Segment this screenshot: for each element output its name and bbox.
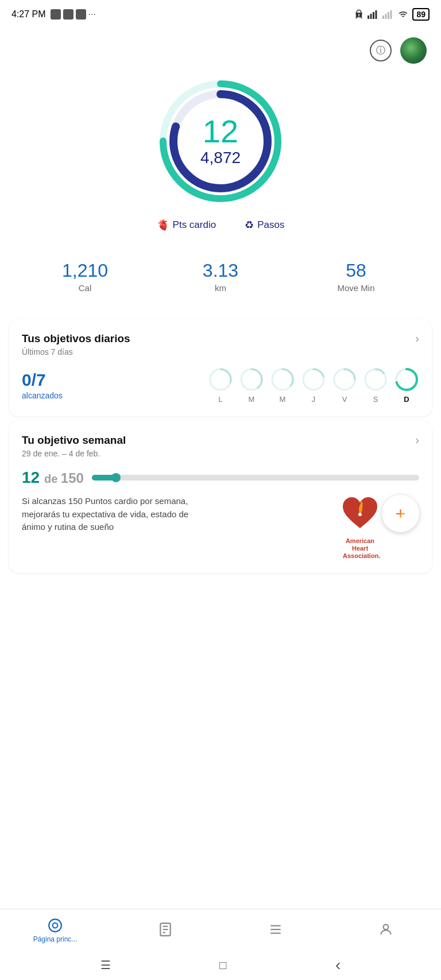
alarm-icon xyxy=(354,9,364,20)
svg-rect-0 xyxy=(51,9,61,20)
status-bar: 4:27 PM ··· 89 xyxy=(0,0,441,29)
svg-rect-1 xyxy=(63,9,74,20)
goals-achieved: alcanzados xyxy=(22,391,63,400)
top-action-bar: ⓘ xyxy=(0,29,441,72)
svg-rect-8 xyxy=(385,14,387,19)
aha-name: American Heart Association. xyxy=(343,537,377,560)
main-content: ⓘ 12 4,872 🫀 P xyxy=(0,29,441,947)
weekly-footer: Si alcanzas 150 Puntos cardio por semana… xyxy=(22,495,419,560)
nav-browse[interactable] xyxy=(220,922,331,939)
goals-left: 0/7 alcanzados xyxy=(22,370,63,400)
steps-label: ♻ Pasos xyxy=(245,219,284,231)
weekly-description-area: Si alcanzas 150 Puntos cardio por semana… xyxy=(22,495,328,534)
weekly-progress-row: 12 de 150 xyxy=(22,468,419,487)
android-home-btn[interactable]: □ xyxy=(219,959,226,972)
weekly-count: 12 de 150 xyxy=(22,468,84,487)
day-col-j-3: J xyxy=(301,367,326,404)
bottom-nav: Página princ... xyxy=(0,909,441,950)
aha-badges: American Heart Association. + xyxy=(343,495,419,560)
day-col-d-6: D xyxy=(394,367,419,404)
ring-labels: 🫀 Pts cardio ♻ Pasos xyxy=(0,216,441,246)
svg-point-39 xyxy=(384,924,389,929)
aha-logo: American Heart Association. xyxy=(343,495,377,560)
distance-label: km xyxy=(153,283,288,293)
daily-goals-header: Tus objetivos diarios › xyxy=(22,332,419,345)
nav-home[interactable]: Página princ... xyxy=(0,918,110,943)
day-col-m-1: M xyxy=(239,367,264,404)
weekly-goal-card: Tu objetivo semanal › 29 de ene. – 4 de … xyxy=(9,421,432,573)
steps-value: 4,872 xyxy=(200,149,241,167)
day-circle-0 xyxy=(208,367,233,392)
day-circle-2 xyxy=(270,367,295,392)
ring-chart-container: 12 4,872 xyxy=(0,72,441,216)
svg-rect-9 xyxy=(388,12,389,19)
weekly-of: de xyxy=(44,472,61,485)
day-circle-6 xyxy=(394,367,419,392)
android-nav: ☰ □ ‹ xyxy=(0,950,441,980)
calories-label: Cal xyxy=(17,283,153,293)
weekly-current: 12 xyxy=(22,468,40,486)
ring-chart[interactable]: 12 4,872 xyxy=(157,78,284,204)
day-label-2: M xyxy=(280,395,286,404)
daily-goals-subtitle: Últimos 7 días xyxy=(22,347,419,357)
nav-journal[interactable] xyxy=(110,922,220,939)
svg-rect-5 xyxy=(373,12,374,19)
day-label-0: L xyxy=(218,395,222,404)
progress-bar xyxy=(92,475,419,481)
status-right-icons: 89 xyxy=(354,8,430,21)
app-icon-3 xyxy=(76,9,86,20)
svg-rect-2 xyxy=(76,9,86,20)
daily-goals-card: Tus objetivos diarios › Últimos 7 días 0… xyxy=(9,319,432,416)
progress-bar-fill xyxy=(92,475,118,481)
day-circle-5 xyxy=(363,367,388,392)
browse-nav-icon xyxy=(268,922,283,937)
avatar-image xyxy=(400,37,427,64)
day-circles-container: L M M J xyxy=(208,367,419,404)
home-nav-label: Página princ... xyxy=(33,935,78,943)
android-menu-btn[interactable]: ☰ xyxy=(100,958,111,972)
avatar[interactable] xyxy=(400,37,427,64)
day-col-v-4: V xyxy=(332,367,357,404)
calories-value: 1,210 xyxy=(17,260,153,281)
distance-value: 3.13 xyxy=(153,260,288,281)
svg-point-30 xyxy=(49,919,61,932)
calories-stat: 1,210 Cal xyxy=(17,260,153,293)
daily-goals-chevron[interactable]: › xyxy=(415,332,419,345)
goals-content: 0/7 alcanzados L M xyxy=(22,367,419,404)
day-circle-3 xyxy=(301,367,326,392)
battery-indicator: 89 xyxy=(412,8,430,21)
wifi-icon xyxy=(397,10,409,19)
weekly-description: Si alcanzas 150 Puntos cardio por semana… xyxy=(22,495,191,534)
status-app-icons: ··· xyxy=(51,9,96,20)
weekly-goal-header: Tu objetivo semanal › xyxy=(22,433,419,447)
info-icon: ⓘ xyxy=(376,45,385,57)
weekly-goal-chevron[interactable]: › xyxy=(415,433,419,447)
distance-stat: 3.13 km xyxy=(153,260,288,293)
gplus-icon: + xyxy=(396,504,406,524)
android-back-btn[interactable]: ‹ xyxy=(335,956,341,974)
svg-point-29 xyxy=(358,513,362,516)
app-icon-1 xyxy=(51,9,61,20)
day-col-s-5: S xyxy=(363,367,388,404)
bottom-spacer xyxy=(0,578,441,646)
status-time: 4:27 PM xyxy=(11,9,46,20)
home-nav-icon xyxy=(48,918,63,933)
weekly-goal-subtitle: 29 de ene. – 4 de feb. xyxy=(22,449,419,458)
daily-goals-title: Tus objetivos diarios xyxy=(22,332,130,345)
day-label-6: D xyxy=(404,395,409,404)
profile-nav-icon xyxy=(378,922,393,937)
cardio-pts-label: 🫀 Pts cardio xyxy=(157,219,216,231)
weekly-goal-title: Tu objetivo semanal xyxy=(22,434,126,447)
goals-count: 0/7 xyxy=(22,370,63,390)
move-min-stat: 58 Move Min xyxy=(288,260,424,293)
weekly-total: 150 xyxy=(61,470,84,486)
heart-icon: 🫀 xyxy=(157,219,169,231)
nav-profile[interactable] xyxy=(331,922,441,939)
day-label-1: M xyxy=(249,395,255,404)
signal-icon xyxy=(368,10,379,19)
day-label-5: S xyxy=(373,395,378,404)
info-button[interactable]: ⓘ xyxy=(370,40,392,61)
day-label-4: V xyxy=(342,395,347,404)
journal-nav-icon xyxy=(158,922,173,937)
cardio-points-value: 12 xyxy=(200,115,241,148)
